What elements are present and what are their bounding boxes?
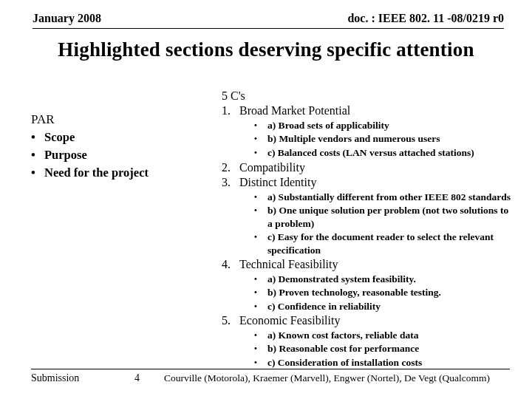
fivec-subitem-label: b) One unique solution per problem (not …: [267, 204, 511, 230]
bullet-icon: •: [254, 204, 267, 230]
fivec-item: 4.Technical Feasibility•a) Demonstrated …: [222, 257, 511, 313]
footer-rule: [31, 369, 510, 369]
fivec-sublist: •a) Substantially different from other I…: [222, 191, 511, 257]
bullet-icon: •: [254, 286, 267, 299]
fivec-subitem-label: b) Proven technology, reasonable testing…: [267, 286, 511, 299]
fivec-subitem-label: c) Balanced costs (LAN versus attached s…: [267, 146, 511, 160]
par-list: •Scope•Purpose•Need for the project: [31, 129, 208, 182]
fivec-subitem-label: a) Broad sets of applicability: [267, 119, 511, 132]
fivec-subitem-label: a) Known cost factors, reliable data: [267, 329, 511, 342]
fivec-subitem: •a) Broad sets of applicability: [254, 119, 511, 132]
header-date: January 2008: [33, 12, 101, 25]
fivec-sublist: •a) Known cost factors, reliable data•b)…: [222, 329, 511, 369]
par-item: •Scope: [31, 129, 208, 146]
slide-header: January 2008 doc. : IEEE 802. 11 -08/021…: [33, 12, 504, 25]
footer-authors: Courville (Motorola), Kraemer (Marvell),…: [164, 372, 510, 384]
fivec-subitem: •c) Consideration of installation costs: [254, 356, 511, 369]
fivec-item: 3.Distinct Identity•a) Substantially dif…: [222, 175, 511, 256]
fivec-item-label: Broad Market Potential: [239, 103, 350, 118]
bullet-icon: •: [254, 132, 267, 146]
footer-page: 4: [134, 372, 164, 384]
fivec-item: 5.Economic Feasibility•a) Known cost fac…: [222, 313, 511, 369]
fivec-item-number: 1.: [222, 103, 239, 118]
par-heading: PAR: [31, 112, 208, 127]
header-docnum: doc. : IEEE 802. 11 -08/0219 r0: [347, 12, 504, 25]
bullet-icon: •: [254, 356, 267, 369]
fivec-sublist: •a) Demonstrated system feasibility.•b) …: [222, 273, 511, 313]
fivec-subitem-label: a) Demonstrated system feasibility.: [267, 273, 511, 286]
fivec-item-label: Compatibility: [239, 160, 305, 175]
fivec-sublist: •a) Broad sets of applicability•b) Multi…: [222, 119, 511, 160]
par-item-label: Need for the project: [44, 166, 149, 180]
footer-submission: Submission: [31, 372, 134, 384]
header-rule: [33, 28, 504, 29]
fivec-heading: 5 C's: [222, 89, 511, 103]
fivec-subitem: •b) Multiple vendors and numerous users: [254, 132, 511, 146]
fivec-subitem-label: c) Consideration of installation costs: [267, 356, 511, 369]
fivec-subitem-label: c) Easy for the document reader to selec…: [267, 231, 511, 256]
fivec-subitem: •c) Easy for the document reader to sele…: [254, 231, 511, 256]
bullet-icon: •: [254, 329, 267, 342]
par-item-label: Scope: [44, 130, 75, 144]
bullet-icon: •: [254, 342, 267, 355]
bullet-icon: •: [254, 119, 267, 132]
par-item-label: Purpose: [44, 148, 87, 162]
fivec-subitem-label: c) Confidence in reliability: [267, 300, 511, 313]
fivec-item: 2.Compatibility: [222, 160, 511, 175]
fivec-subitem: •b) Reasonable cost for performance: [254, 342, 511, 355]
fivec-subitem: •b) One unique solution per problem (not…: [254, 204, 511, 230]
slide: January 2008 doc. : IEEE 802. 11 -08/021…: [0, 0, 532, 399]
left-column: PAR •Scope•Purpose•Need for the project: [31, 89, 208, 355]
fivec-item-number: 2.: [222, 160, 239, 175]
bullet-icon: •: [31, 164, 44, 182]
fivec-subitem: •c) Confidence in reliability: [254, 300, 511, 313]
right-column: 5 C's 1.Broad Market Potential•a) Broad …: [208, 89, 511, 355]
fivec-subitem-label: b) Multiple vendors and numerous users: [267, 132, 511, 146]
fivec-item: 1.Broad Market Potential•a) Broad sets o…: [222, 103, 511, 159]
par-item: •Purpose: [31, 146, 208, 164]
fivec-item-number: 4.: [222, 257, 239, 272]
par-item: •Need for the project: [31, 164, 208, 182]
bullet-icon: •: [31, 146, 44, 164]
fivec-subitem: •b) Proven technology, reasonable testin…: [254, 286, 511, 299]
slide-footer: Submission 4 Courville (Motorola), Kraem…: [31, 372, 510, 384]
fivec-item-label: Economic Feasibility: [239, 313, 340, 328]
bullet-icon: •: [254, 191, 267, 204]
fivec-subitem-label: a) Substantially different from other IE…: [267, 191, 511, 204]
fivec-subitem: •a) Demonstrated system feasibility.: [254, 273, 511, 286]
bullet-icon: •: [254, 146, 267, 160]
fivec-subitem: •a) Substantially different from other I…: [254, 191, 511, 204]
bullet-icon: •: [254, 273, 267, 286]
fivec-item-label: Technical Feasibility: [239, 257, 338, 272]
slide-title: Highlighted sections deserving specific …: [0, 38, 532, 61]
fivec-subitem-label: b) Reasonable cost for performance: [267, 342, 511, 355]
slide-body: PAR •Scope•Purpose•Need for the project …: [31, 89, 511, 355]
fivec-subitem: •c) Balanced costs (LAN versus attached …: [254, 146, 511, 160]
bullet-icon: •: [254, 231, 267, 256]
fivec-item-number: 3.: [222, 175, 239, 190]
bullet-icon: •: [254, 300, 267, 313]
fivec-item-number: 5.: [222, 313, 239, 328]
fivec-item-label: Distinct Identity: [239, 175, 316, 190]
fivec-subitem: •a) Known cost factors, reliable data: [254, 329, 511, 342]
bullet-icon: •: [31, 129, 44, 146]
fivec-list: 1.Broad Market Potential•a) Broad sets o…: [208, 103, 511, 369]
